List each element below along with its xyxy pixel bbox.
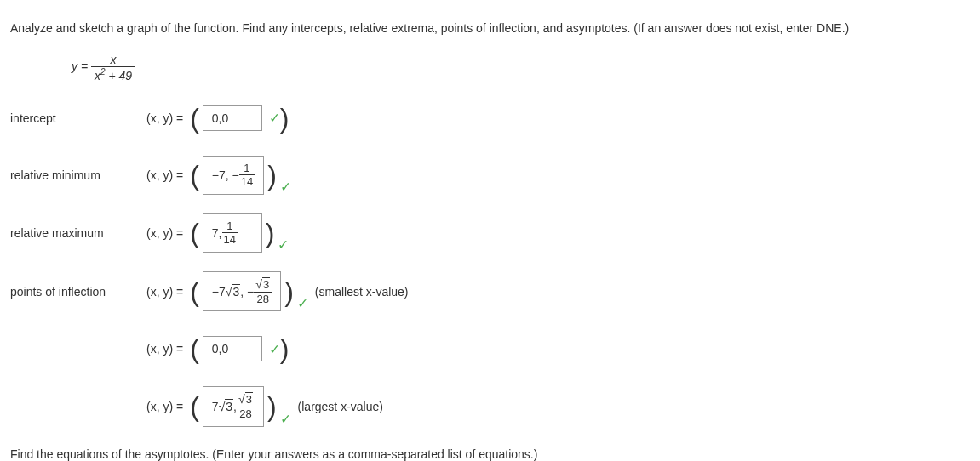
xy-equals: (x, y) =	[146, 111, 183, 125]
poi2-input[interactable]: 0,0	[203, 336, 262, 361]
relmax-label: relative maximum	[10, 226, 146, 240]
relmax-input[interactable]: 7, 1 14	[203, 213, 262, 253]
xy-equals: (x, y) =	[146, 226, 183, 240]
check-icon: ✓	[280, 411, 291, 427]
sqrt-icon: 3	[219, 400, 233, 413]
check-icon: ✓	[269, 110, 280, 126]
relmax-frac-num: 1	[222, 219, 238, 234]
poi3-after: (largest x-value)	[298, 400, 383, 413]
poi3-input[interactable]: 73 , 3 28	[203, 386, 264, 426]
poi2-value: 0,0	[212, 342, 228, 356]
poi3-frac-den: 28	[237, 407, 255, 421]
intercept-value: 0,0	[212, 111, 228, 125]
intercept-input[interactable]: 0,0	[203, 105, 262, 131]
check-icon: ✓	[278, 236, 289, 253]
check-icon: ✓	[297, 295, 308, 311]
relmin-input[interactable]: −7, − 1 14	[203, 156, 264, 195]
relmin-label: relative minimum	[10, 168, 146, 182]
poi3-coef: 7	[212, 400, 219, 413]
xy-equals: (x, y) =	[146, 400, 183, 413]
relmin-frac-num: 1	[239, 162, 255, 176]
xy-equals: (x, y) =	[146, 342, 183, 356]
sqrt-icon: 3	[226, 285, 240, 299]
relmin-prefix: −7, −	[212, 168, 239, 182]
poi1-coef: −7	[212, 285, 226, 299]
xy-equals: (x, y) =	[146, 285, 183, 299]
poi1-mid: , −	[240, 285, 254, 299]
poi1-frac-den: 28	[254, 293, 272, 306]
relmin-frac-den: 14	[239, 175, 255, 189]
check-icon: ✓	[280, 179, 291, 195]
relmax-prefix: 7,	[212, 226, 222, 240]
poi1-after: (smallest x-value)	[315, 285, 409, 299]
intercept-label: intercept	[10, 111, 146, 125]
xy-equals: (x, y) =	[146, 168, 183, 182]
check-icon: ✓	[269, 341, 280, 357]
instruction-text: Analyze and sketch a graph of the functi…	[10, 20, 970, 37]
poi-label: points of inflection	[10, 285, 146, 299]
asymptote-instruction: Find the equations of the asymptotes. (E…	[10, 447, 970, 461]
poi1-input[interactable]: −73 , − 3 28	[203, 271, 281, 311]
poi1-frac-num: 3	[254, 277, 272, 293]
function-equation: y = x x2 + 49	[72, 53, 135, 83]
poi3-frac-num: 3	[237, 392, 255, 407]
relmax-frac-den: 14	[222, 233, 238, 247]
